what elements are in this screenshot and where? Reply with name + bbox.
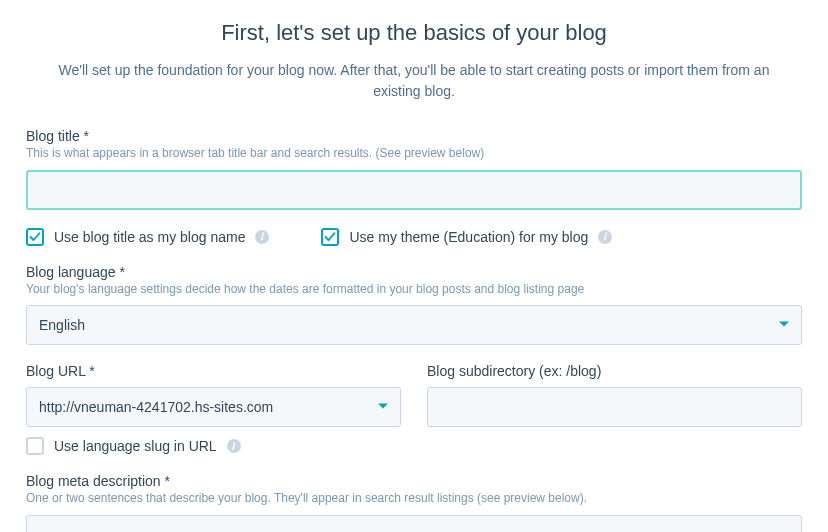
page-subtitle: We'll set up the foundation for your blo… <box>34 60 794 102</box>
blog-url-section: Blog URL * Use language slug in URL i <box>26 363 401 455</box>
meta-description-textarea[interactable] <box>26 515 802 532</box>
meta-description-section: Blog meta description * One or two sente… <box>26 473 802 532</box>
blog-language-help: Your blog's language settings decide how… <box>26 282 802 298</box>
info-icon[interactable]: i <box>598 230 612 244</box>
blog-title-help: This is what appears in a browser tab ti… <box>26 146 802 162</box>
checkmark-icon <box>324 231 336 243</box>
checkmark-icon <box>29 231 41 243</box>
blog-url-label: Blog URL * <box>26 363 401 379</box>
use-title-as-name-checkbox[interactable] <box>26 228 44 246</box>
use-lang-slug-label: Use language slug in URL <box>54 438 217 454</box>
use-title-as-name-label: Use blog title as my blog name <box>54 229 245 245</box>
blog-language-section: Blog language * Your blog's language set… <box>26 264 802 346</box>
blog-subdirectory-section: Blog subdirectory (ex: /blog) <box>427 363 802 455</box>
blog-title-label: Blog title * <box>26 128 802 144</box>
blog-language-label: Blog language * <box>26 264 802 280</box>
use-theme-checkbox[interactable] <box>321 228 339 246</box>
blog-title-section: Blog title * This is what appears in a b… <box>26 128 802 210</box>
blog-title-input[interactable] <box>26 170 802 210</box>
meta-description-label: Blog meta description * <box>26 473 802 489</box>
blog-url-select[interactable] <box>26 387 401 427</box>
meta-description-help: One or two sentences that describe your … <box>26 491 802 507</box>
use-lang-slug-checkbox[interactable] <box>26 437 44 455</box>
info-icon[interactable]: i <box>255 230 269 244</box>
blog-language-select[interactable] <box>26 305 802 345</box>
use-theme-label: Use my theme (Education) for my blog <box>349 229 588 245</box>
info-icon[interactable]: i <box>227 439 241 453</box>
page-title: First, let's set up the basics of your b… <box>26 20 802 46</box>
blog-subdirectory-label: Blog subdirectory (ex: /blog) <box>427 363 802 379</box>
blog-subdirectory-input[interactable] <box>427 387 802 427</box>
